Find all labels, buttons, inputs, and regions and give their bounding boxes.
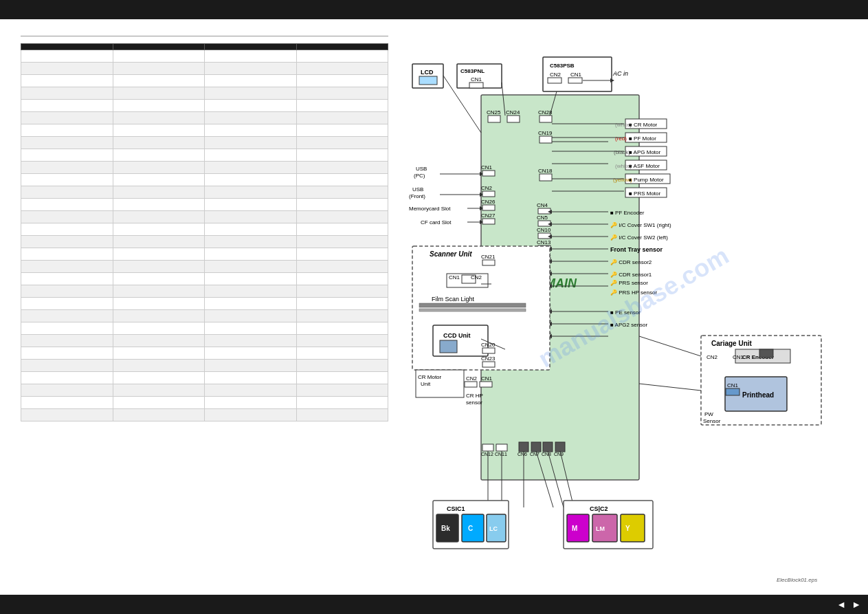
table-cell-r8-c3 (296, 149, 388, 162)
table-cell-r22-c2 (205, 322, 297, 335)
right-panel: manualsbase.com C583MAIN LCD C583PNL CN1… (399, 19, 868, 595)
svg-text:CN10: CN10 (537, 227, 551, 233)
table-cell-r9-c1 (113, 162, 205, 174)
table-cell-r8-c0 (21, 149, 113, 162)
svg-rect-129 (440, 340, 457, 353)
svg-rect-8 (469, 83, 483, 88)
svg-text:🔑 CDR sensor1: 🔑 CDR sensor1 (610, 271, 652, 278)
svg-text:Y: Y (625, 525, 630, 532)
table-cell-r4-c0 (21, 100, 113, 112)
diagram-container: manualsbase.com C583MAIN LCD C583PNL CN1… (402, 23, 865, 591)
prev-button[interactable]: ◄ (836, 599, 846, 610)
table-cell-r13-c2 (205, 211, 297, 223)
svg-text:CF card Slot: CF card Slot (421, 219, 452, 226)
table-cell-r15-c2 (205, 236, 297, 248)
svg-rect-109 (759, 349, 773, 358)
table-cell-r16-c2 (205, 248, 297, 261)
svg-text:■ APG Motor: ■ APG Motor (629, 149, 661, 155)
svg-rect-173 (519, 442, 528, 452)
col-header-4 (296, 44, 388, 50)
svg-rect-169 (482, 444, 493, 451)
table-cell-r2-c1 (113, 75, 205, 87)
svg-rect-145 (482, 260, 495, 265)
svg-text:CN25: CN25 (487, 109, 501, 116)
svg-text:PW: PW (704, 411, 713, 417)
svg-text:M: M (572, 525, 577, 532)
table-cell-r11-c2 (205, 186, 297, 199)
table-cell-r24-c3 (296, 347, 388, 360)
table-cell-r8-c1 (113, 149, 205, 162)
table-cell-r3-c0 (21, 87, 113, 100)
table-cell-r29-c3 (296, 409, 388, 421)
table-cell-r24-c0 (21, 347, 113, 360)
svg-rect-12 (548, 78, 561, 83)
table-cell-r0-c1 (113, 50, 205, 63)
svg-rect-141 (482, 348, 495, 353)
table-cell-r5-c2 (205, 112, 297, 124)
svg-text:C: C (468, 525, 473, 532)
svg-rect-136 (480, 382, 492, 387)
svg-text:CN18: CN18 (538, 168, 553, 174)
table-cell-r18-c0 (21, 273, 113, 285)
table-cell-r27-c0 (21, 384, 113, 397)
table-cell-r27-c3 (296, 384, 388, 397)
table-cell-r17-c1 (113, 261, 205, 273)
svg-marker-17 (610, 78, 614, 83)
table-cell-r21-c0 (21, 310, 113, 322)
svg-text:CN4: CN4 (537, 202, 548, 208)
svg-text:CN11: CN11 (495, 452, 507, 457)
svg-text:Scanner Unit: Scanner Unit (430, 250, 472, 258)
table-cell-r13-c0 (21, 211, 113, 223)
svg-text:🔑 CDR sensor2: 🔑 CDR sensor2 (610, 259, 652, 265)
table-cell-r19-c1 (113, 285, 205, 298)
svg-text:CN1: CN1 (727, 382, 739, 388)
col-header-2 (113, 44, 205, 50)
svg-text:(white): (white) (615, 122, 632, 128)
svg-text:Bk: Bk (441, 525, 450, 532)
svg-rect-115 (726, 388, 739, 395)
table-cell-r28-c2 (205, 397, 297, 409)
table-cell-r5-c1 (113, 112, 205, 124)
table-cell-r4-c3 (296, 100, 388, 112)
svg-text:■ PRS Motor: ■ PRS Motor (629, 190, 661, 197)
table-cell-r9-c0 (21, 162, 113, 174)
svg-text:ElecBlock01.eps: ElecBlock01.eps (777, 577, 817, 583)
table-cell-r14-c0 (21, 223, 113, 236)
table-cell-r23-c1 (113, 335, 205, 347)
circuit-diagram: C583MAIN LCD C583PNL CN1 C583PSB CN2 CN1 (405, 26, 832, 590)
table-cell-r20-c2 (205, 298, 297, 310)
table-cell-r9-c2 (205, 162, 297, 174)
table-cell-r10-c1 (113, 174, 205, 186)
svg-text:CN28: CN28 (538, 109, 553, 116)
table-cell-r26-c0 (21, 372, 113, 384)
table-cell-r3-c3 (296, 87, 388, 100)
section-title (21, 33, 388, 36)
table-cell-r25-c0 (21, 360, 113, 372)
svg-text:Cariage Unit: Cariage Unit (711, 340, 753, 347)
table-cell-r9-c3 (296, 162, 388, 174)
svg-text:🔑 PRS sensor: 🔑 PRS sensor (610, 279, 648, 286)
next-button[interactable]: ► (852, 599, 861, 610)
svg-text:CN23: CN23 (481, 355, 496, 362)
svg-text:C583PNL: C583PNL (460, 68, 485, 74)
data-table (21, 43, 388, 421)
svg-text:CN13: CN13 (537, 239, 551, 245)
svg-text:CN5: CN5 (537, 215, 548, 221)
svg-text:CSIC1: CSIC1 (447, 505, 465, 512)
svg-rect-29 (539, 174, 552, 181)
svg-rect-157 (482, 191, 495, 197)
table-cell-r11-c3 (296, 186, 388, 199)
svg-text:CN2: CN2 (706, 354, 718, 360)
table-cell-r28-c0 (21, 397, 113, 409)
table-cell-r2-c3 (296, 75, 388, 87)
svg-line-204 (639, 384, 701, 391)
svg-text:CN24: CN24 (506, 109, 520, 116)
svg-text:CN2: CN2 (481, 185, 493, 191)
svg-text:(white): (white) (615, 163, 632, 169)
svg-rect-55 (538, 208, 550, 214)
table-cell-r6-c0 (21, 124, 113, 137)
svg-text:CN1: CN1 (733, 354, 744, 360)
table-cell-r27-c1 (113, 384, 205, 397)
table-cell-r29-c0 (21, 409, 113, 421)
svg-text:CN9: CN9 (554, 452, 564, 457)
